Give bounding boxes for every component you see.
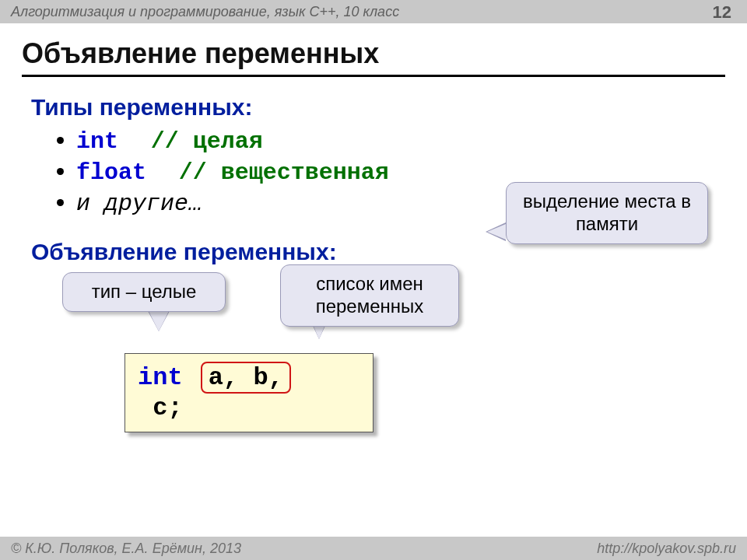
callout-type: тип – целые: [62, 272, 226, 312]
code-rest: c;: [153, 394, 182, 422]
callout-memory-tail: [487, 224, 506, 240]
code-keyword: int: [138, 363, 183, 392]
int-comment: // целая: [151, 128, 263, 155]
types-heading: Типы переменных:: [31, 94, 716, 121]
callout-names: список имен переменных: [280, 264, 459, 327]
url: http://kpolyakov.spb.ru: [597, 541, 736, 557]
authors: © К.Ю. Поляков, Е.А. Ерёмин, 2013: [11, 541, 241, 557]
type-int-item: int // целая: [76, 127, 716, 155]
slide: Алгоритмизация и программирование, язык …: [0, 0, 747, 560]
code-box: int a, b, c;: [124, 353, 374, 432]
footer-bar: © К.Ю. Поляков, Е.А. Ерёмин, 2013 http:/…: [0, 537, 747, 560]
header-bar: Алгоритмизация и программирование, язык …: [0, 0, 747, 23]
callout-memory: выделение места в памяти: [506, 182, 708, 244]
int-keyword: int: [76, 128, 118, 155]
page-title: Объявление переменных: [22, 37, 725, 70]
page-number: 12: [713, 2, 731, 23]
course-title: Алгоритмизация и программирование, язык …: [11, 4, 399, 20]
code-line-1: int a, b,: [138, 362, 360, 394]
code-vars-highlight: a, b,: [201, 362, 291, 394]
float-keyword: float: [76, 159, 146, 186]
float-comment: // вещественная: [179, 159, 389, 186]
code-vars: a, b,: [209, 363, 283, 392]
content-area: Типы переменных: int // целая float // в…: [0, 77, 747, 281]
other-types: и другие…: [76, 191, 202, 217]
callout-type-tail: [148, 310, 170, 331]
code-line-2: c;: [138, 394, 360, 422]
